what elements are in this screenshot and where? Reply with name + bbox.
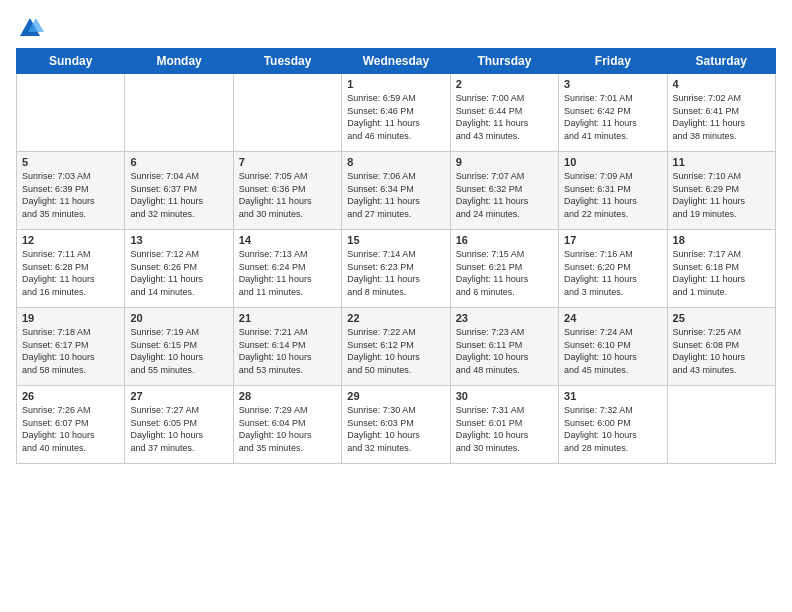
day-info: Sunrise: 7:19 AM Sunset: 6:15 PM Dayligh… <box>130 326 227 376</box>
day-info: Sunrise: 7:31 AM Sunset: 6:01 PM Dayligh… <box>456 404 553 454</box>
day-cell <box>125 74 233 152</box>
day-cell: 14Sunrise: 7:13 AM Sunset: 6:24 PM Dayli… <box>233 230 341 308</box>
day-cell <box>17 74 125 152</box>
day-cell: 28Sunrise: 7:29 AM Sunset: 6:04 PM Dayli… <box>233 386 341 464</box>
day-info: Sunrise: 7:00 AM Sunset: 6:44 PM Dayligh… <box>456 92 553 142</box>
day-number: 17 <box>564 234 661 246</box>
day-cell: 27Sunrise: 7:27 AM Sunset: 6:05 PM Dayli… <box>125 386 233 464</box>
weekday-header-wednesday: Wednesday <box>342 49 450 74</box>
day-info: Sunrise: 7:25 AM Sunset: 6:08 PM Dayligh… <box>673 326 770 376</box>
header <box>16 10 776 42</box>
day-cell: 20Sunrise: 7:19 AM Sunset: 6:15 PM Dayli… <box>125 308 233 386</box>
day-number: 16 <box>456 234 553 246</box>
day-cell: 26Sunrise: 7:26 AM Sunset: 6:07 PM Dayli… <box>17 386 125 464</box>
day-number: 15 <box>347 234 444 246</box>
day-number: 13 <box>130 234 227 246</box>
day-number: 5 <box>22 156 119 168</box>
week-row-3: 12Sunrise: 7:11 AM Sunset: 6:28 PM Dayli… <box>17 230 776 308</box>
day-cell: 2Sunrise: 7:00 AM Sunset: 6:44 PM Daylig… <box>450 74 558 152</box>
weekday-header-monday: Monday <box>125 49 233 74</box>
day-number: 10 <box>564 156 661 168</box>
day-cell: 8Sunrise: 7:06 AM Sunset: 6:34 PM Daylig… <box>342 152 450 230</box>
day-number: 31 <box>564 390 661 402</box>
day-cell: 5Sunrise: 7:03 AM Sunset: 6:39 PM Daylig… <box>17 152 125 230</box>
weekday-header-sunday: Sunday <box>17 49 125 74</box>
day-cell: 11Sunrise: 7:10 AM Sunset: 6:29 PM Dayli… <box>667 152 775 230</box>
day-cell: 31Sunrise: 7:32 AM Sunset: 6:00 PM Dayli… <box>559 386 667 464</box>
day-info: Sunrise: 7:17 AM Sunset: 6:18 PM Dayligh… <box>673 248 770 298</box>
day-number: 7 <box>239 156 336 168</box>
day-cell: 24Sunrise: 7:24 AM Sunset: 6:10 PM Dayli… <box>559 308 667 386</box>
weekday-header-thursday: Thursday <box>450 49 558 74</box>
day-info: Sunrise: 7:27 AM Sunset: 6:05 PM Dayligh… <box>130 404 227 454</box>
day-number: 9 <box>456 156 553 168</box>
day-cell: 16Sunrise: 7:15 AM Sunset: 6:21 PM Dayli… <box>450 230 558 308</box>
day-number: 24 <box>564 312 661 324</box>
logo <box>16 14 48 42</box>
day-number: 18 <box>673 234 770 246</box>
day-info: Sunrise: 7:11 AM Sunset: 6:28 PM Dayligh… <box>22 248 119 298</box>
day-info: Sunrise: 7:24 AM Sunset: 6:10 PM Dayligh… <box>564 326 661 376</box>
day-cell: 19Sunrise: 7:18 AM Sunset: 6:17 PM Dayli… <box>17 308 125 386</box>
calendar: SundayMondayTuesdayWednesdayThursdayFrid… <box>16 48 776 464</box>
day-cell <box>667 386 775 464</box>
day-info: Sunrise: 7:15 AM Sunset: 6:21 PM Dayligh… <box>456 248 553 298</box>
day-info: Sunrise: 7:09 AM Sunset: 6:31 PM Dayligh… <box>564 170 661 220</box>
day-cell: 30Sunrise: 7:31 AM Sunset: 6:01 PM Dayli… <box>450 386 558 464</box>
day-info: Sunrise: 7:14 AM Sunset: 6:23 PM Dayligh… <box>347 248 444 298</box>
day-info: Sunrise: 7:30 AM Sunset: 6:03 PM Dayligh… <box>347 404 444 454</box>
day-cell: 22Sunrise: 7:22 AM Sunset: 6:12 PM Dayli… <box>342 308 450 386</box>
day-info: Sunrise: 7:21 AM Sunset: 6:14 PM Dayligh… <box>239 326 336 376</box>
day-number: 28 <box>239 390 336 402</box>
day-number: 12 <box>22 234 119 246</box>
day-number: 4 <box>673 78 770 90</box>
weekday-header-friday: Friday <box>559 49 667 74</box>
day-cell: 25Sunrise: 7:25 AM Sunset: 6:08 PM Dayli… <box>667 308 775 386</box>
day-number: 1 <box>347 78 444 90</box>
day-cell: 6Sunrise: 7:04 AM Sunset: 6:37 PM Daylig… <box>125 152 233 230</box>
day-cell: 9Sunrise: 7:07 AM Sunset: 6:32 PM Daylig… <box>450 152 558 230</box>
day-cell: 1Sunrise: 6:59 AM Sunset: 6:46 PM Daylig… <box>342 74 450 152</box>
day-cell: 10Sunrise: 7:09 AM Sunset: 6:31 PM Dayli… <box>559 152 667 230</box>
day-cell: 4Sunrise: 7:02 AM Sunset: 6:41 PM Daylig… <box>667 74 775 152</box>
day-info: Sunrise: 7:07 AM Sunset: 6:32 PM Dayligh… <box>456 170 553 220</box>
day-number: 11 <box>673 156 770 168</box>
logo-icon <box>16 14 44 42</box>
day-cell: 15Sunrise: 7:14 AM Sunset: 6:23 PM Dayli… <box>342 230 450 308</box>
day-number: 20 <box>130 312 227 324</box>
week-row-5: 26Sunrise: 7:26 AM Sunset: 6:07 PM Dayli… <box>17 386 776 464</box>
day-info: Sunrise: 7:01 AM Sunset: 6:42 PM Dayligh… <box>564 92 661 142</box>
day-info: Sunrise: 7:18 AM Sunset: 6:17 PM Dayligh… <box>22 326 119 376</box>
day-number: 26 <box>22 390 119 402</box>
weekday-header-tuesday: Tuesday <box>233 49 341 74</box>
day-info: Sunrise: 7:16 AM Sunset: 6:20 PM Dayligh… <box>564 248 661 298</box>
day-number: 29 <box>347 390 444 402</box>
day-number: 30 <box>456 390 553 402</box>
day-cell: 7Sunrise: 7:05 AM Sunset: 6:36 PM Daylig… <box>233 152 341 230</box>
day-info: Sunrise: 7:02 AM Sunset: 6:41 PM Dayligh… <box>673 92 770 142</box>
day-cell: 3Sunrise: 7:01 AM Sunset: 6:42 PM Daylig… <box>559 74 667 152</box>
day-info: Sunrise: 7:23 AM Sunset: 6:11 PM Dayligh… <box>456 326 553 376</box>
day-info: Sunrise: 7:10 AM Sunset: 6:29 PM Dayligh… <box>673 170 770 220</box>
day-number: 27 <box>130 390 227 402</box>
day-number: 25 <box>673 312 770 324</box>
day-cell: 17Sunrise: 7:16 AM Sunset: 6:20 PM Dayli… <box>559 230 667 308</box>
weekday-header-saturday: Saturday <box>667 49 775 74</box>
day-info: Sunrise: 7:05 AM Sunset: 6:36 PM Dayligh… <box>239 170 336 220</box>
week-row-1: 1Sunrise: 6:59 AM Sunset: 6:46 PM Daylig… <box>17 74 776 152</box>
day-number: 2 <box>456 78 553 90</box>
day-cell <box>233 74 341 152</box>
day-info: Sunrise: 7:13 AM Sunset: 6:24 PM Dayligh… <box>239 248 336 298</box>
day-number: 22 <box>347 312 444 324</box>
page: SundayMondayTuesdayWednesdayThursdayFrid… <box>0 0 792 612</box>
day-info: Sunrise: 7:12 AM Sunset: 6:26 PM Dayligh… <box>130 248 227 298</box>
day-number: 3 <box>564 78 661 90</box>
day-number: 23 <box>456 312 553 324</box>
day-number: 8 <box>347 156 444 168</box>
day-info: Sunrise: 6:59 AM Sunset: 6:46 PM Dayligh… <box>347 92 444 142</box>
day-info: Sunrise: 7:04 AM Sunset: 6:37 PM Dayligh… <box>130 170 227 220</box>
day-cell: 18Sunrise: 7:17 AM Sunset: 6:18 PM Dayli… <box>667 230 775 308</box>
day-cell: 29Sunrise: 7:30 AM Sunset: 6:03 PM Dayli… <box>342 386 450 464</box>
day-number: 6 <box>130 156 227 168</box>
week-row-2: 5Sunrise: 7:03 AM Sunset: 6:39 PM Daylig… <box>17 152 776 230</box>
